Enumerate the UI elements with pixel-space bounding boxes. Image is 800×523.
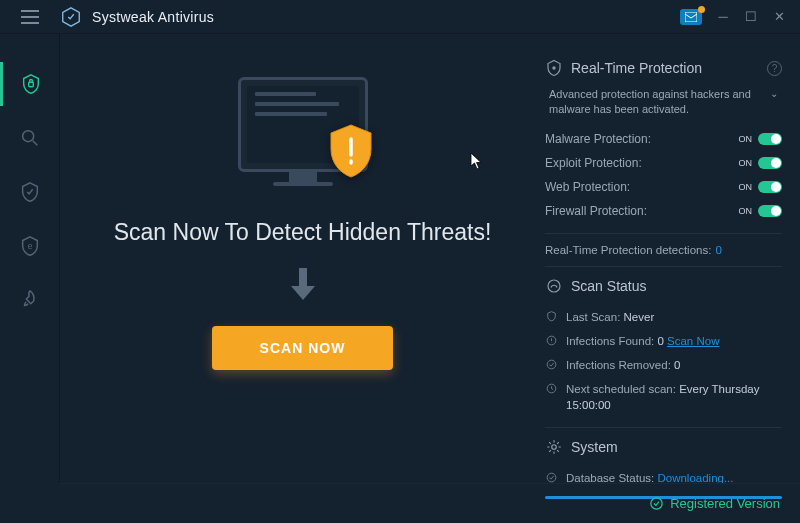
main-panel: Scan Now To Detect Hidden Threats! SCAN …	[60, 59, 545, 483]
protection-row-firewall: Firewall Protection: ON	[545, 199, 782, 223]
minimize-button[interactable]: ─	[710, 4, 736, 30]
arrow-down-icon	[289, 266, 317, 306]
sidebar-item-scan[interactable]	[0, 116, 60, 160]
system-header: System	[545, 438, 782, 456]
toggle-firewall[interactable]	[758, 205, 782, 217]
toggle-web[interactable]	[758, 181, 782, 193]
toggle-exploit[interactable]	[758, 157, 782, 169]
infections-removed-row: Infections Removed: 0	[545, 353, 782, 377]
window-controls: ─ ☐ ✕	[680, 4, 792, 30]
scan-status-title: Scan Status	[571, 278, 647, 294]
headline: Scan Now To Detect Hidden Threats!	[114, 217, 492, 248]
footer: Registered Version	[60, 483, 800, 523]
sidebar-item-boost[interactable]	[0, 278, 60, 322]
hamburger-menu-button[interactable]	[0, 0, 60, 34]
alert-shield-icon	[327, 123, 375, 179]
sidebar-item-protection[interactable]	[0, 62, 60, 106]
next-scan-row: Next scheduled scan: Every Thursday 15:0…	[545, 377, 782, 417]
realtime-header: Real-Time Protection ?	[545, 59, 782, 77]
svg-rect-1	[685, 12, 697, 22]
help-icon[interactable]: ?	[767, 61, 782, 76]
svg-rect-2	[29, 82, 34, 87]
infections-found-row: Infections Found: 0 Scan Now	[545, 329, 782, 353]
svg-point-7	[548, 280, 560, 292]
toggle-malware[interactable]	[758, 133, 782, 145]
protection-row-malware: Malware Protection: ON	[545, 127, 782, 151]
last-scan-row: Last Scan: Never	[545, 305, 782, 329]
monitor-illustration	[223, 77, 383, 197]
maximize-button[interactable]: ☐	[738, 4, 764, 30]
sidebar-item-shield[interactable]	[0, 170, 60, 214]
detections-row: Real-Time Protection detections: 0	[545, 244, 782, 256]
svg-point-12	[547, 473, 556, 482]
sidebar-item-privacy[interactable]: e	[0, 224, 60, 268]
app-title: Systweak Antivirus	[92, 9, 214, 25]
scan-status-header: Scan Status	[545, 277, 782, 295]
titlebar: Systweak Antivirus ─ ☐ ✕	[0, 0, 800, 34]
scan-now-link[interactable]: Scan Now	[667, 335, 719, 347]
app-logo-wrap: Systweak Antivirus	[60, 6, 214, 28]
realtime-note: Advanced protection against hackers and …	[549, 87, 762, 117]
app-logo-icon	[60, 6, 82, 28]
close-button[interactable]: ✕	[766, 4, 792, 30]
notification-badge-icon[interactable]	[680, 9, 702, 25]
system-title: System	[571, 439, 618, 455]
side-panel: Real-Time Protection ? Advanced protecti…	[545, 59, 800, 483]
registered-badge: Registered Version	[649, 496, 780, 511]
realtime-note-row[interactable]: Advanced protection against hackers and …	[545, 87, 782, 127]
scan-now-button[interactable]: SCAN NOW	[212, 326, 394, 370]
protection-row-exploit: Exploit Protection: ON	[545, 151, 782, 175]
svg-point-13	[651, 498, 662, 509]
svg-point-9	[547, 360, 556, 369]
svg-point-11	[552, 445, 557, 450]
svg-rect-5	[299, 268, 307, 286]
svg-point-6	[553, 67, 555, 69]
realtime-title: Real-Time Protection	[571, 60, 702, 76]
sidebar: e	[0, 34, 60, 483]
protection-row-web: Web Protection: ON	[545, 175, 782, 199]
svg-text:e: e	[27, 242, 32, 251]
chevron-down-icon: ⌄	[762, 87, 778, 117]
svg-point-3	[22, 131, 33, 142]
